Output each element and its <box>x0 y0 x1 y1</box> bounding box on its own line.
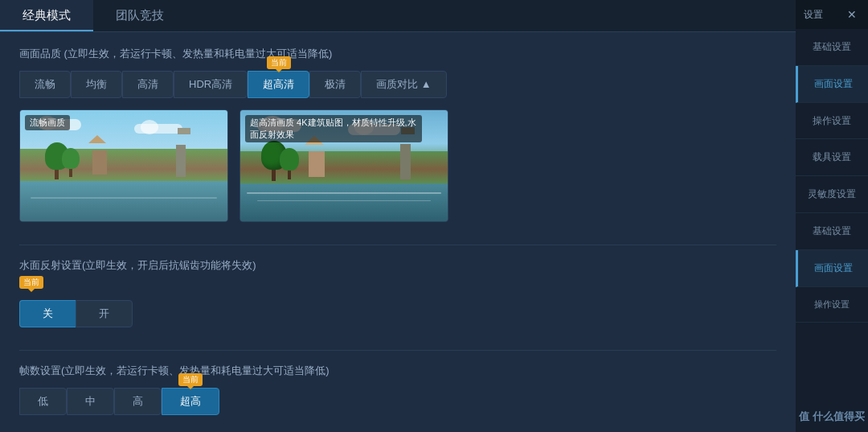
watermark-text: 什么值得买 <box>813 410 865 422</box>
extreme-btn-wrapper: 极清 <box>309 71 361 98</box>
hd-btn-wrapper: 高清 <box>122 71 174 98</box>
compare-item-low: 流畅画质 <box>19 109 228 222</box>
sidebar-item-display2[interactable]: 画面设置 <box>796 250 868 287</box>
fps-current-badge: 当前 <box>178 373 203 386</box>
quality-btn-ultra[interactable]: 超高清 <box>248 71 309 98</box>
tab-team[interactable]: 团队竞技 <box>93 0 186 31</box>
quality-btn-hdr[interactable]: HDR高清 <box>174 71 248 98</box>
building-low <box>92 150 107 175</box>
tower-low <box>176 145 186 177</box>
close-button[interactable]: ✕ <box>844 6 860 23</box>
sidebar-header: 设置 ✕ <box>796 0 868 29</box>
sidebar-item-control2[interactable]: 操作设置 <box>796 287 868 323</box>
sidebar-header-text: 设置 <box>804 8 823 22</box>
roof-low <box>88 135 106 143</box>
sidebar-item-vehicle[interactable]: 载具设置 <box>796 139 868 176</box>
quality-compare-row: 流畅画质 <box>19 109 776 222</box>
fps-btn-low[interactable]: 低 <box>19 388 67 415</box>
tab-classic[interactable]: 经典模式 <box>0 0 93 31</box>
watermark-logo: 值 什么值得买 <box>796 409 868 424</box>
watermark: 值 什么值得买 <box>796 409 868 424</box>
quality-section: 画面品质 (立即生效，若运行卡顿、发热量和耗电量过大可适当降低) 流畅 均衡 高… <box>19 47 776 222</box>
fps-options-row: 低 中 高 当前 超高 <box>19 388 776 415</box>
building-high <box>309 151 325 177</box>
compare-item-high: 超高清画质 4K建筑贴图，材质特性升级,水面反射效果 <box>240 109 448 222</box>
sidebar-item-sensitivity[interactable]: 灵敏度设置 <box>796 176 868 213</box>
water-toggle-off[interactable]: 关 <box>19 300 76 327</box>
water-current-badge: 当前 <box>19 276 43 289</box>
compare-btn-wrapper: 画质对比 ▲ <box>361 71 446 98</box>
tower-top-low <box>178 128 190 134</box>
tabs-bar: 经典模式 团队竞技 <box>0 0 796 32</box>
right-sidebar: 设置 ✕ 基础设置 画面设置 操作设置 载具设置 灵敏度设置 基础设置 画面设置… <box>796 0 868 432</box>
fps-btn-ultra[interactable]: 超高 <box>162 388 219 415</box>
quality-options-row: 流畅 均衡 高清 HDR高清 当前 超高清 极清 <box>19 71 776 98</box>
water-reflection-high1 <box>247 192 442 194</box>
water-toggle-on[interactable]: 开 <box>76 300 133 327</box>
fps-ultra-wrapper: 当前 超高 <box>162 388 219 415</box>
quality-current-badge: 当前 <box>267 56 291 69</box>
balance-btn-wrapper: 均衡 <box>71 71 122 98</box>
tree-h-left2 <box>280 148 299 179</box>
fps-section: 帧数设置(立即生效，若运行卡顿、发热量和耗电量过大可适当降低) 低 中 高 当前… <box>19 364 776 415</box>
water-reflection-label: 水面反射设置(立即生效，开启后抗锯齿功能将失效) <box>19 258 776 273</box>
water-high <box>240 183 448 221</box>
fps-mid-wrapper: 中 <box>67 388 114 415</box>
quality-btn-hd[interactable]: 高清 <box>122 71 174 98</box>
settings-body: 画面品质 (立即生效，若运行卡顿、发热量和耗电量过大可适当降低) 流畅 均衡 高… <box>0 32 796 432</box>
sidebar-item-display[interactable]: 画面设置 <box>796 66 868 103</box>
sidebar-item-basic1[interactable]: 基础设置 <box>796 29 868 66</box>
smooth-btn-wrapper: 流畅 <box>19 71 71 98</box>
water-low <box>20 181 227 221</box>
ultra-btn-wrapper: 当前 超高清 <box>248 71 309 98</box>
water-reflection-section: 水面反射设置(立即生效，开启后抗锯齿功能将失效) 当前 关 开 <box>19 258 776 327</box>
fps-low-wrapper: 低 <box>19 388 67 415</box>
quality-btn-smooth[interactable]: 流畅 <box>19 71 71 98</box>
quality-btn-compare[interactable]: 画质对比 ▲ <box>361 71 446 98</box>
hdr-btn-wrapper: HDR高清 <box>174 71 248 98</box>
compare-label-high: 超高清画质 4K建筑贴图，材质特性升级,水面反射效果 <box>245 115 422 142</box>
divider2 <box>19 350 776 351</box>
water-toggle-row: 关 开 <box>19 300 776 327</box>
quality-section-label: 画面品质 (立即生效，若运行卡顿、发热量和耗电量过大可适当降低) <box>19 47 776 61</box>
quality-btn-extreme[interactable]: 极清 <box>309 71 361 98</box>
divider1 <box>19 245 776 245</box>
sidebar-item-control[interactable]: 操作设置 <box>796 103 868 140</box>
fps-btn-high[interactable]: 高 <box>114 388 162 415</box>
main-content: 经典模式 团队竞技 画面品质 (立即生效，若运行卡顿、发热量和耗电量过大可适当降… <box>0 0 796 432</box>
fps-section-label: 帧数设置(立即生效，若运行卡顿、发热量和耗电量过大可适当降低) <box>19 364 776 378</box>
quality-btn-balance[interactable]: 均衡 <box>71 71 122 98</box>
fps-btn-mid[interactable]: 中 <box>67 388 114 415</box>
cloud2-puff <box>141 120 158 134</box>
fps-high-wrapper: 高 <box>114 388 162 415</box>
compare-label-low: 流畅画质 <box>25 115 70 130</box>
tree-group-left2 <box>62 148 80 177</box>
tower-high <box>400 144 411 179</box>
sidebar-item-basic2[interactable]: 基础设置 <box>796 213 868 250</box>
